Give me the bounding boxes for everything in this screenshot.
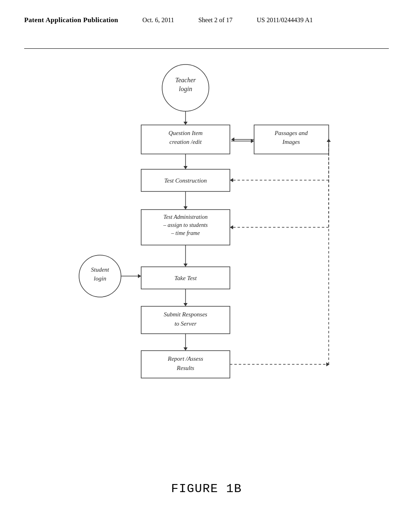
student-login-text-line1: Student: [91, 266, 110, 273]
flowchart-diagram: Teacher login Question Item creation /ed…: [48, 60, 363, 415]
test-admin-text-line2: – assign to students: [163, 222, 208, 228]
submit-responses-text-line1: Submit Responses: [164, 311, 207, 318]
submit-responses-node: [141, 306, 230, 334]
arrowhead-teacher-to-question: [184, 122, 188, 125]
arrowhead-to-test-construction: [184, 166, 188, 169]
arrowhead-to-test-admin: [184, 206, 188, 210]
submit-responses-text-line2: to Server: [175, 320, 197, 327]
figure-label: FIGURE 1B: [171, 482, 242, 496]
test-admin-text-line3: – time frame: [171, 230, 200, 236]
arrowhead-student-to-take-test: [138, 274, 141, 278]
arrowhead-dashed-to-test-admin: [230, 225, 233, 229]
publication-title: Patent Application Publication: [24, 16, 118, 24]
passages-images-text-line1: Passages and: [274, 130, 308, 136]
report-assess-node: [141, 351, 230, 378]
test-admin-text-line1: Test Administration: [163, 214, 207, 220]
arrowhead-to-take-test: [184, 264, 188, 267]
teacher-login-text-line2: login: [179, 85, 192, 93]
patent-number: US 2011/0244439 A1: [257, 17, 313, 24]
student-login-text-line2: login: [94, 275, 106, 282]
diagram-svg: Teacher login Question Item creation /ed…: [48, 60, 363, 415]
passages-images-text-line2: Images: [282, 139, 300, 145]
question-item-text-line1: Question Item: [169, 130, 203, 136]
teacher-login-text-line1: Teacher: [175, 77, 196, 83]
question-item-text-line2: creation /edit: [169, 139, 202, 145]
arrowhead-to-passages: [327, 139, 331, 142]
page-header: Patent Application Publication Oct. 6, 2…: [0, 16, 413, 24]
arrowhead-report-right: [326, 362, 330, 366]
test-construction-text: Test Construction: [164, 177, 207, 184]
sheet-info: Sheet 2 of 17: [198, 17, 233, 24]
arrowhead-dashed-to-test-construction: [230, 178, 233, 182]
report-assess-text-line2: Results: [176, 365, 194, 371]
publication-date: Oct. 6, 2011: [142, 17, 174, 24]
take-test-text: Take Test: [174, 275, 197, 281]
header-divider: [24, 48, 389, 49]
arrowhead-to-report: [184, 347, 188, 351]
report-assess-text-line1: Report /Assess: [167, 355, 203, 362]
arrowhead-to-submit: [184, 303, 188, 306]
